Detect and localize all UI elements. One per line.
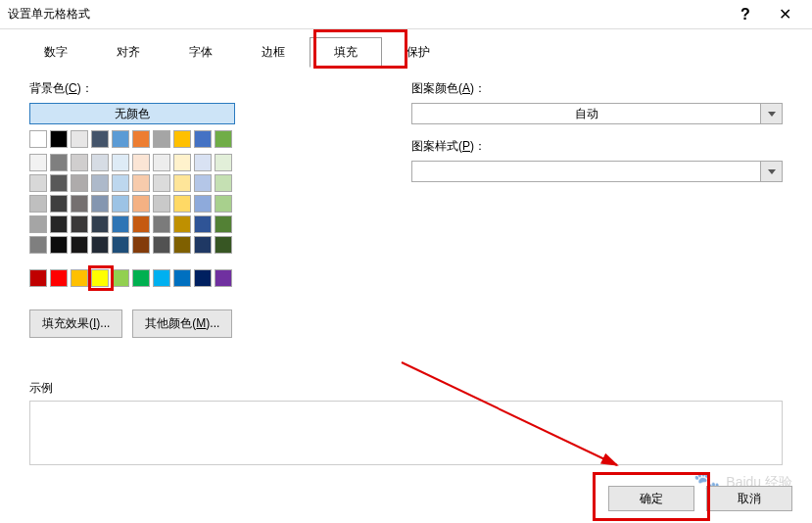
color-swatch[interactable]	[112, 174, 129, 192]
color-swatch[interactable]	[132, 215, 150, 233]
color-swatch[interactable]	[132, 154, 150, 171]
tab-align[interactable]: 对齐	[92, 37, 165, 68]
color-swatch[interactable]	[173, 269, 191, 287]
ok-button[interactable]: 确定	[608, 486, 694, 511]
color-swatch[interactable]	[173, 130, 191, 148]
pattern-style-dropdown[interactable]	[411, 161, 783, 182]
color-swatch[interactable]	[153, 269, 170, 287]
color-swatch[interactable]	[173, 195, 191, 213]
color-swatch[interactable]	[153, 130, 170, 148]
color-swatch[interactable]	[50, 269, 68, 287]
color-swatch[interactable]	[132, 130, 150, 148]
color-swatch[interactable]	[215, 236, 232, 254]
color-swatch[interactable]	[91, 269, 109, 287]
color-swatch[interactable]	[50, 174, 68, 192]
fill-effects-button[interactable]: 填充效果(I)...	[29, 309, 122, 338]
content-area: 背景色(C)： 无颜色 填充效果(I)... 其他颜色(M)... 图案颜色(A…	[0, 69, 812, 350]
color-swatch[interactable]	[153, 215, 170, 233]
sample-preview	[29, 401, 783, 465]
color-swatch[interactable]	[153, 195, 170, 213]
color-swatch[interactable]	[112, 215, 129, 233]
no-color-button[interactable]: 无颜色	[29, 103, 235, 124]
color-swatch[interactable]	[153, 236, 170, 254]
color-swatch[interactable]	[29, 215, 47, 233]
sample-section: 示例	[29, 380, 783, 465]
tab-font[interactable]: 字体	[165, 37, 237, 68]
tab-fill[interactable]: 填充	[310, 37, 382, 68]
color-swatch[interactable]	[71, 130, 88, 148]
other-colors-button[interactable]: 其他颜色(M)...	[132, 309, 232, 338]
standard-colors-wrap	[29, 269, 232, 287]
color-swatch[interactable]	[29, 195, 47, 213]
color-swatch[interactable]	[112, 269, 129, 287]
color-swatch[interactable]	[112, 236, 129, 254]
pattern-style-chevron[interactable]	[761, 161, 783, 182]
help-button[interactable]: ?	[726, 0, 765, 29]
tab-number[interactable]: 数字	[20, 37, 92, 68]
color-swatch[interactable]	[194, 215, 212, 233]
color-swatch[interactable]	[71, 236, 88, 254]
color-swatch[interactable]	[132, 269, 150, 287]
tab-border[interactable]: 边框	[237, 37, 310, 68]
color-swatch[interactable]	[194, 154, 212, 171]
tab-protect[interactable]: 保护	[382, 37, 454, 68]
color-swatch[interactable]	[29, 236, 47, 254]
color-swatch[interactable]	[91, 130, 109, 148]
color-swatch[interactable]	[173, 236, 191, 254]
color-swatch[interactable]	[91, 154, 109, 171]
color-swatch[interactable]	[194, 236, 212, 254]
color-swatch[interactable]	[91, 215, 109, 233]
color-swatch[interactable]	[29, 154, 47, 171]
color-swatch[interactable]	[194, 195, 212, 213]
color-swatch[interactable]	[215, 154, 232, 171]
pattern-style-value	[411, 161, 761, 182]
color-swatch[interactable]	[71, 195, 88, 213]
color-swatch[interactable]	[29, 269, 47, 287]
cancel-button[interactable]: 取消	[706, 486, 792, 511]
color-swatch[interactable]	[194, 269, 212, 287]
color-swatch[interactable]	[50, 195, 68, 213]
close-button[interactable]: ✕	[765, 0, 804, 29]
pattern-color-chevron[interactable]	[761, 103, 783, 124]
color-swatch[interactable]	[29, 130, 47, 148]
titlebar: 设置单元格格式 ? ✕	[0, 0, 812, 29]
color-swatch[interactable]	[112, 195, 129, 213]
color-swatch[interactable]	[50, 236, 68, 254]
color-swatch[interactable]	[153, 154, 170, 171]
color-swatch[interactable]	[173, 215, 191, 233]
color-swatch[interactable]	[91, 174, 109, 192]
color-swatch[interactable]	[29, 174, 47, 192]
color-swatch[interactable]	[215, 215, 232, 233]
color-swatch[interactable]	[132, 174, 150, 192]
color-swatch[interactable]	[215, 130, 232, 148]
color-swatch[interactable]	[71, 215, 88, 233]
color-swatch[interactable]	[71, 174, 88, 192]
color-swatch[interactable]	[132, 195, 150, 213]
color-swatch[interactable]	[132, 236, 150, 254]
fill-action-buttons: 填充效果(I)... 其他颜色(M)...	[29, 309, 382, 338]
color-swatch[interactable]	[112, 154, 129, 171]
color-grid-theme	[29, 154, 382, 254]
color-swatch[interactable]	[194, 174, 212, 192]
tab-strip: 数字 对齐 字体 边框 填充 保护	[0, 29, 812, 69]
color-swatch[interactable]	[215, 174, 232, 192]
color-swatch[interactable]	[71, 154, 88, 171]
color-swatch[interactable]	[50, 154, 68, 171]
right-column: 图案颜色(A)： 自动 图案样式(P)：	[411, 80, 783, 338]
color-swatch[interactable]	[50, 215, 68, 233]
color-swatch[interactable]	[173, 154, 191, 171]
color-swatch[interactable]	[91, 195, 109, 213]
color-swatch[interactable]	[215, 195, 232, 213]
color-swatch[interactable]	[112, 130, 129, 148]
sample-label: 示例	[29, 380, 783, 397]
color-swatch[interactable]	[50, 130, 68, 148]
color-swatch[interactable]	[71, 269, 88, 287]
chevron-down-icon	[768, 112, 776, 117]
color-swatch[interactable]	[215, 269, 232, 287]
pattern-color-dropdown[interactable]: 自动	[411, 103, 783, 124]
color-swatch[interactable]	[173, 174, 191, 192]
pattern-color-value: 自动	[411, 103, 761, 124]
color-swatch[interactable]	[91, 236, 109, 254]
color-swatch[interactable]	[153, 174, 170, 192]
color-swatch[interactable]	[194, 130, 212, 148]
